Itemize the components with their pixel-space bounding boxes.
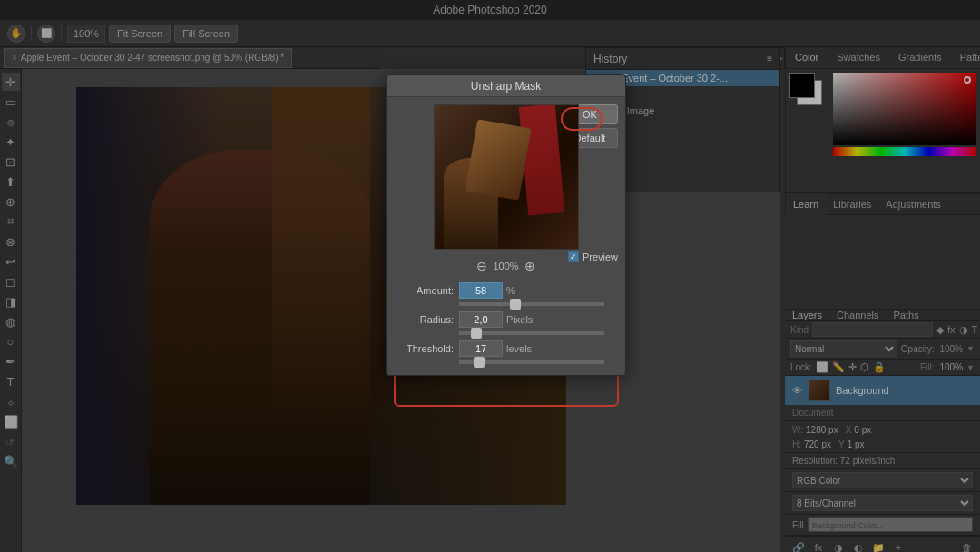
dialog-preview[interactable] — [434, 104, 579, 250]
threshold-unit: levels — [506, 343, 532, 354]
zoom-in-btn[interactable]: ⊕ — [524, 259, 535, 273]
amount-slider-wrap — [459, 302, 616, 306]
threshold-slider-wrap — [459, 360, 616, 364]
dialog-overlay: Unsharp Mask OK Default ✓ Preview ⊖ 100%… — [0, 0, 980, 552]
threshold-input[interactable] — [459, 340, 503, 357]
radius-input[interactable] — [459, 311, 503, 328]
dialog-title: Unsharp Mask — [471, 80, 541, 93]
amount-label: Amount: — [396, 285, 459, 296]
radius-slider-wrap — [459, 331, 616, 335]
amount-row: Amount: % — [396, 282, 616, 299]
radius-unit: Pixels — [506, 314, 533, 325]
zoom-out-btn[interactable]: ⊖ — [476, 259, 487, 273]
unsharp-mask-dialog: Unsharp Mask OK Default ✓ Preview ⊖ 100%… — [386, 74, 626, 376]
threshold-row: Threshold: levels — [396, 340, 616, 357]
preview-checkbox[interactable]: ✓ — [568, 251, 579, 262]
radius-slider-thumb[interactable] — [471, 328, 482, 339]
preview-checkbox-row: ✓ Preview — [568, 251, 618, 262]
dialog-controls: Amount: % Radius: Pixels — [387, 277, 625, 375]
dialog-title-bar: Unsharp Mask — [387, 75, 625, 97]
amount-slider[interactable] — [459, 302, 604, 306]
threshold-slider[interactable] — [459, 360, 604, 364]
radius-slider[interactable] — [459, 331, 604, 335]
preview-label: Preview — [583, 251, 618, 262]
amount-slider-thumb[interactable] — [510, 299, 521, 310]
threshold-label: Threshold: — [396, 343, 459, 354]
threshold-slider-thumb[interactable] — [474, 357, 485, 368]
zoom-value: 100% — [493, 261, 518, 271]
radius-row: Radius: Pixels — [396, 311, 616, 328]
radius-label: Radius: — [396, 314, 459, 325]
amount-input[interactable] — [459, 282, 503, 299]
amount-unit: % — [506, 285, 515, 296]
